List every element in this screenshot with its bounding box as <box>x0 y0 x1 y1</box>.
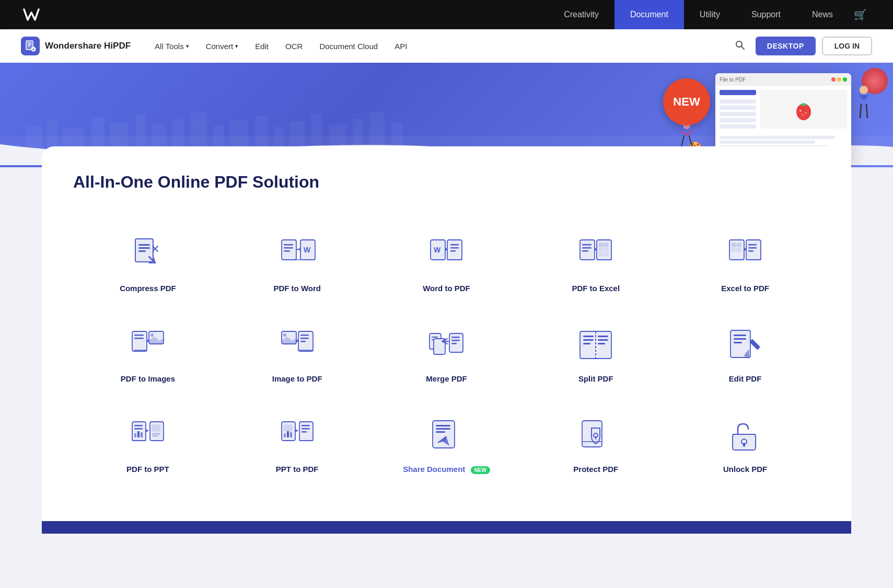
merge-pdf-icon <box>425 324 467 366</box>
svg-rect-64 <box>604 252 608 256</box>
svg-rect-50 <box>450 244 459 246</box>
svg-rect-36 <box>138 244 150 246</box>
svg-rect-128 <box>301 425 310 426</box>
page-title: All-In-One Online PDF Solution <box>73 172 820 192</box>
nav-api[interactable]: API <box>386 29 415 63</box>
svg-rect-73 <box>748 247 757 249</box>
svg-text:W: W <box>434 246 441 254</box>
tool-merge-pdf[interactable]: Merge PDF <box>372 308 521 399</box>
nav-news[interactable]: News <box>796 0 849 29</box>
cart-icon[interactable]: 🛒 <box>849 8 872 21</box>
svg-rect-124 <box>287 431 289 437</box>
svg-rect-129 <box>301 428 310 430</box>
tool-pdf-to-ppt[interactable]: PDF to PPT <box>73 399 223 490</box>
svg-rect-68 <box>732 248 736 251</box>
tool-word-to-pdf[interactable]: W Word to PDF <box>372 218 521 308</box>
share-document-new-badge: NEW <box>471 466 490 474</box>
svg-rect-132 <box>436 425 450 426</box>
bottom-nav-bar <box>42 521 851 534</box>
svg-marker-116 <box>146 429 149 432</box>
svg-rect-97 <box>583 336 594 337</box>
tool-edit-pdf[interactable]: Edit PDF <box>670 308 820 399</box>
sec-nav-actions: DESKTOP LOG IN <box>730 37 872 55</box>
svg-rect-2 <box>28 42 31 43</box>
edit-pdf-icon <box>724 324 766 366</box>
ppt-to-pdf-icon <box>276 414 318 456</box>
hipdf-logo[interactable]: + Wondershare HiPDF <box>21 37 131 55</box>
screenshot-titlebar: File to PDF <box>715 73 851 86</box>
nav-support[interactable]: Support <box>736 0 796 29</box>
compress-pdf-label: Compress PDF <box>120 284 176 293</box>
svg-rect-39 <box>282 240 296 260</box>
search-button[interactable] <box>730 38 749 55</box>
svg-rect-74 <box>748 250 753 252</box>
excel-to-pdf-icon <box>724 234 766 275</box>
nav-document[interactable]: Document <box>614 0 684 29</box>
image-to-pdf-label: Image to PDF <box>272 374 322 383</box>
tool-excel-to-pdf[interactable]: Excel to PDF <box>670 218 820 308</box>
edit-pdf-label: Edit PDF <box>729 374 762 383</box>
svg-rect-113 <box>134 433 136 437</box>
split-pdf-icon <box>575 324 617 366</box>
screenshot-sidebar <box>720 90 756 129</box>
unlock-pdf-icon <box>724 414 766 456</box>
compress-pdf-icon <box>127 234 169 275</box>
svg-rect-62 <box>604 248 608 251</box>
svg-rect-101 <box>598 339 608 341</box>
svg-rect-53 <box>580 240 595 260</box>
login-button[interactable]: LOG IN <box>822 37 872 55</box>
tool-share-document[interactable]: Share Document NEW <box>372 399 521 490</box>
tools-grid: Compress PDF W PDF to Word <box>73 218 820 490</box>
tool-unlock-pdf[interactable]: Unlock PDF <box>670 399 820 490</box>
svg-rect-52 <box>450 250 456 252</box>
tool-split-pdf[interactable]: Split PDF <box>521 308 670 399</box>
tool-pdf-to-images[interactable]: PDF to Images <box>73 308 223 399</box>
hipdf-brand-label: Wondershare HiPDF <box>45 41 131 51</box>
word-to-pdf-icon: W <box>425 234 467 275</box>
pdf-to-images-icon <box>127 324 169 366</box>
svg-line-8 <box>741 46 744 49</box>
tool-compress-pdf[interactable]: Compress PDF <box>73 218 223 308</box>
sec-nav-links: All Tools ▾ Convert ▾ Edit OCR Document … <box>146 29 730 63</box>
nav-utility[interactable]: Utility <box>684 0 736 29</box>
svg-rect-114 <box>137 431 140 437</box>
svg-rect-108 <box>749 339 760 350</box>
nav-ocr[interactable]: OCR <box>277 29 311 63</box>
svg-rect-60 <box>604 243 608 247</box>
svg-rect-41 <box>284 247 293 249</box>
screenshot-content <box>715 86 851 133</box>
svg-rect-115 <box>141 432 143 437</box>
svg-rect-72 <box>748 244 757 246</box>
share-document-label: Share Document NEW <box>403 465 490 474</box>
pdf-to-word-icon: W <box>276 234 318 275</box>
tool-pdf-to-excel[interactable]: PDF to Excel <box>521 218 670 308</box>
nav-convert[interactable]: Convert ▾ <box>198 29 247 63</box>
svg-marker-126 <box>295 429 298 432</box>
svg-point-32 <box>805 112 807 114</box>
nav-document-cloud[interactable]: Document Cloud <box>311 29 386 63</box>
svg-rect-3 <box>28 44 31 45</box>
pdf-to-word-label: PDF to Word <box>273 284 321 293</box>
svg-rect-122 <box>284 425 292 431</box>
pdf-to-ppt-label: PDF to PPT <box>126 465 169 474</box>
main-content-card: All-In-One Online PDF Solution Compress … <box>42 146 851 521</box>
svg-rect-40 <box>284 244 293 246</box>
desktop-button[interactable]: DESKTOP <box>756 37 816 55</box>
svg-rect-55 <box>582 247 592 249</box>
nav-creativity[interactable]: Creativity <box>548 0 614 29</box>
svg-point-80 <box>150 333 154 337</box>
tool-pdf-to-word[interactable]: W PDF to Word <box>223 218 372 308</box>
svg-rect-86 <box>300 338 309 339</box>
word-to-pdf-label: Word to PDF <box>423 284 470 293</box>
svg-rect-95 <box>451 343 457 344</box>
tool-image-to-pdf[interactable]: Image to PDF <box>223 308 372 399</box>
tool-ppt-to-pdf[interactable]: PPT to PDF <box>223 399 372 490</box>
svg-rect-87 <box>300 341 306 342</box>
svg-rect-133 <box>436 428 450 430</box>
nav-all-tools[interactable]: All Tools ▾ <box>146 29 198 63</box>
wondershare-logo[interactable] <box>21 3 44 26</box>
svg-rect-85 <box>300 335 309 336</box>
tool-protect-pdf[interactable]: Protect PDF <box>521 399 670 490</box>
new-badge: NEW <box>663 78 710 125</box>
nav-edit[interactable]: Edit <box>247 29 277 63</box>
